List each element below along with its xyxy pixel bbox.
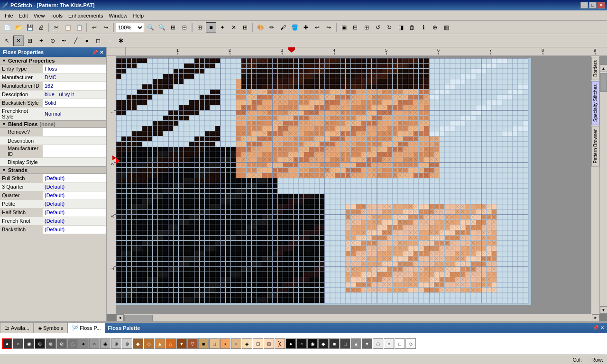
palette-swatch-13[interactable]: ◇: [144, 338, 154, 349]
circle-tool[interactable]: ●: [82, 36, 92, 46]
undo-button[interactable]: ↩: [89, 22, 100, 33]
palette-swatch-19[interactable]: □: [209, 338, 220, 349]
menu-file[interactable]: File: [2, 12, 16, 19]
horz-button[interactable]: ⊟: [350, 22, 360, 33]
brush-button[interactable]: 🖌: [278, 22, 288, 33]
menu-enhancements[interactable]: Enhancements: [65, 12, 106, 19]
strands-header[interactable]: ▼ Strands: [0, 166, 106, 174]
zoom-actual-button[interactable]: ⊟: [179, 22, 190, 33]
palette-swatch-23[interactable]: ⊡: [253, 338, 263, 349]
palette-swatch-30[interactable]: ■: [329, 338, 340, 349]
borders-tab[interactable]: Borders: [591, 57, 599, 80]
palette-swatch-7[interactable]: ●: [78, 338, 89, 349]
tab-symbols[interactable]: ◈ Symbols: [34, 323, 67, 333]
zoom-out-button[interactable]: 🔍: [156, 22, 167, 33]
palette-swatch-31[interactable]: □: [340, 338, 350, 349]
zoom-in-button[interactable]: 🔍: [145, 22, 156, 33]
scroll-up-button[interactable]: ▲: [600, 64, 607, 72]
palette-swatch-9[interactable]: ◉: [100, 338, 110, 349]
view2-button[interactable]: ▣: [339, 22, 349, 33]
close-panel-icon[interactable]: ✕: [100, 50, 103, 55]
redo-button[interactable]: ↪: [101, 22, 111, 33]
star-button[interactable]: ✦: [217, 22, 228, 33]
palette-swatch-4[interactable]: ⊗: [46, 338, 56, 349]
maximize-button[interactable]: □: [589, 2, 597, 9]
save-button[interactable]: 💾: [25, 22, 35, 33]
palette-swatch-8[interactable]: ○: [89, 338, 100, 349]
vert-button[interactable]: ⊞: [361, 22, 372, 33]
palette-swatch-36[interactable]: □: [395, 338, 405, 349]
menu-tools[interactable]: Tools: [47, 12, 65, 19]
palette-swatch-16[interactable]: ▼: [176, 338, 187, 349]
scroll-left-button[interactable]: ◄: [116, 314, 124, 322]
minimize-button[interactable]: _: [580, 2, 588, 9]
menu-view[interactable]: View: [31, 12, 48, 19]
menu-window[interactable]: Window: [106, 12, 130, 19]
palette-swatch-37[interactable]: ◇: [405, 338, 416, 349]
pencil-button[interactable]: ✏: [267, 22, 277, 33]
line2-tool[interactable]: ─: [104, 36, 115, 46]
horizontal-scrollbar[interactable]: ◄ ►: [116, 314, 599, 321]
palette-swatch-10[interactable]: ⊕: [111, 338, 121, 349]
palette-swatch-21[interactable]: ▫: [231, 338, 241, 349]
grid-button[interactable]: ⊞: [194, 22, 205, 33]
scroll-thumb[interactable]: [600, 73, 607, 92]
magic-tool[interactable]: ✦: [36, 36, 46, 46]
tab-available[interactable]: 🗂 Availa...: [0, 323, 34, 333]
line-tool[interactable]: ╱: [70, 36, 81, 46]
menu-edit[interactable]: Edit: [16, 12, 31, 19]
toggle-button[interactable]: ⊞: [240, 22, 250, 33]
hatch-tool[interactable]: ⊞: [25, 36, 35, 46]
copy-button[interactable]: 📋: [63, 22, 73, 33]
palette-swatch-29[interactable]: ◆: [318, 338, 329, 349]
palette-swatch-3[interactable]: ⊕: [35, 338, 45, 349]
new-button[interactable]: 📄: [2, 22, 12, 33]
palette-swatch-28[interactable]: ◉: [307, 338, 318, 349]
rotl-button[interactable]: ↺: [373, 22, 383, 33]
rotr-button[interactable]: ↻: [384, 22, 395, 33]
tab-floss-palette[interactable]: 🪡 Floss P...: [67, 323, 105, 333]
cross-button[interactable]: ✚: [301, 22, 311, 33]
cut-button[interactable]: ✂: [51, 22, 62, 33]
scroll-right-button[interactable]: ►: [592, 314, 599, 322]
fwd-button[interactable]: ↪: [323, 22, 334, 33]
palette-swatch-22[interactable]: ◈: [242, 338, 252, 349]
info-button[interactable]: ℹ: [418, 22, 429, 33]
paste-button[interactable]: 📋: [74, 22, 84, 33]
palette-swatch-20[interactable]: ▪: [220, 338, 230, 349]
scroll-down-button[interactable]: ▼: [600, 306, 607, 314]
palette-swatch-27[interactable]: ○: [296, 338, 307, 349]
blend-floss-header[interactable]: ▼ Blend Floss (none): [0, 120, 106, 128]
back-button[interactable]: ↩: [312, 22, 322, 33]
zoom-fit-button[interactable]: ⊞: [168, 22, 178, 33]
prop-button[interactable]: ⊕: [430, 22, 440, 33]
sel-button[interactable]: ◨: [395, 22, 406, 33]
lasso-tool[interactable]: ⊙: [47, 36, 58, 46]
x-button[interactable]: ✕: [229, 22, 239, 33]
general-properties-header[interactable]: ▼ General Properties: [0, 57, 106, 64]
palette-swatch-35[interactable]: ○: [384, 338, 394, 349]
palette-swatch-2[interactable]: ◉: [24, 338, 34, 349]
palette-swatch-0[interactable]: ●: [2, 338, 12, 349]
color-palette-button[interactable]: 🎨: [255, 22, 266, 33]
palette-swatch-32[interactable]: ▲: [351, 338, 361, 349]
palette-swatch-25[interactable]: ╳: [275, 338, 285, 349]
palette-swatch-5[interactable]: ⊘: [56, 338, 67, 349]
star-tool[interactable]: ✱: [116, 36, 126, 46]
eraser-tool[interactable]: ◻: [93, 36, 103, 46]
del-button[interactable]: 🗑: [407, 22, 417, 33]
pin-icon[interactable]: 📌: [92, 50, 98, 55]
layer-button[interactable]: ▦: [441, 22, 451, 33]
palette-swatch-17[interactable]: ▽: [187, 338, 198, 349]
close-button[interactable]: ✕: [598, 2, 605, 9]
canvas-viewport[interactable]: [116, 56, 607, 314]
cross-tool[interactable]: ✕: [13, 36, 24, 46]
palette-swatch-18[interactable]: ■: [198, 338, 209, 349]
open-button[interactable]: 📂: [13, 22, 24, 33]
hscroll-thumb[interactable]: [124, 315, 153, 321]
close-palette-icon[interactable]: ✕: [600, 325, 604, 330]
vertical-scrollbar[interactable]: ▲ ▼: [599, 64, 607, 314]
palette-swatch-26[interactable]: ●: [285, 338, 296, 349]
view-button[interactable]: ■: [206, 22, 216, 33]
palette-swatch-24[interactable]: ⊞: [264, 338, 274, 349]
